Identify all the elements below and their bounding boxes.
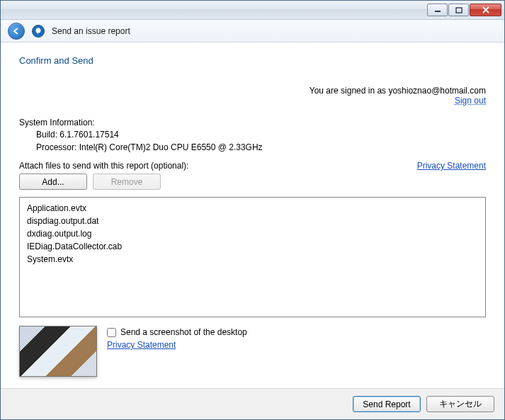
privacy-link-bottom[interactable]: Privacy Statement: [107, 340, 247, 350]
file-list-item[interactable]: IEDiag.DataCollector.cab: [27, 240, 478, 253]
attach-buttons: Add... Remove: [19, 174, 486, 190]
back-arrow-icon: [12, 27, 21, 35]
add-button[interactable]: Add...: [19, 174, 87, 190]
svg-rect-0: [435, 11, 441, 12]
header-bar: Send an issue report: [1, 20, 504, 42]
attach-header: Attach files to send with this report (o…: [19, 161, 486, 171]
screenshot-checkbox-label: Send a screenshot of the desktop: [120, 327, 247, 337]
maximize-icon: [455, 7, 463, 13]
file-list-item[interactable]: dispdiag.output.dat: [27, 215, 478, 227]
window: Send an issue report Confirm and Send Yo…: [0, 0, 505, 420]
send-report-button[interactable]: Send Report: [353, 396, 421, 412]
close-button[interactable]: [470, 4, 501, 16]
signed-in-text: You are signed in as yoshioznao@hotmail.…: [310, 86, 486, 96]
attach-label: Attach files to send with this report (o…: [19, 161, 188, 171]
screenshot-section: Send a screenshot of the desktop Privacy…: [19, 326, 486, 377]
svg-point-2: [36, 28, 41, 33]
system-processor: Processor: Intel(R) Core(TM)2 Duo CPU E6…: [19, 142, 486, 154]
system-info: System Information: Build: 6.1.7601.1751…: [19, 117, 486, 154]
titlebar: [1, 1, 504, 20]
close-icon: [482, 6, 490, 13]
page-heading: Confirm and Send: [19, 55, 486, 66]
privacy-link-top[interactable]: Privacy Statement: [417, 161, 486, 171]
screenshot-checkbox[interactable]: [107, 328, 116, 337]
bubble-icon: [35, 28, 42, 35]
remove-button: Remove: [93, 174, 161, 190]
system-build: Build: 6.1.7601.17514: [19, 129, 486, 141]
minimize-button[interactable]: [427, 4, 448, 16]
screenshot-checkbox-row[interactable]: Send a screenshot of the desktop: [107, 327, 247, 337]
minimize-icon: [434, 7, 441, 13]
file-list-item[interactable]: dxdiag.output.log: [27, 227, 478, 240]
signed-in-email: yoshioznao@hotmail.com: [388, 86, 486, 96]
back-button[interactable]: [8, 23, 25, 40]
system-info-label: System Information:: [19, 117, 486, 129]
screenshot-thumbnail[interactable]: [19, 326, 97, 377]
svg-rect-1: [456, 8, 462, 13]
content: Confirm and Send You are signed in as yo…: [1, 42, 504, 388]
sign-out-link[interactable]: Sign out: [455, 96, 486, 106]
maximize-button[interactable]: [448, 4, 469, 16]
signin-status: You are signed in as yoshioznao@hotmail.…: [19, 86, 486, 106]
cancel-button[interactable]: キャンセル: [426, 396, 494, 412]
file-list-item[interactable]: System.evtx: [27, 253, 478, 266]
file-list-item[interactable]: Application.evtx: [27, 202, 478, 215]
app-icon: [32, 25, 45, 38]
footer: Send Report キャンセル: [1, 388, 504, 419]
window-title: Send an issue report: [52, 26, 130, 36]
file-list[interactable]: Application.evtxdispdiag.output.datdxdia…: [19, 197, 486, 317]
